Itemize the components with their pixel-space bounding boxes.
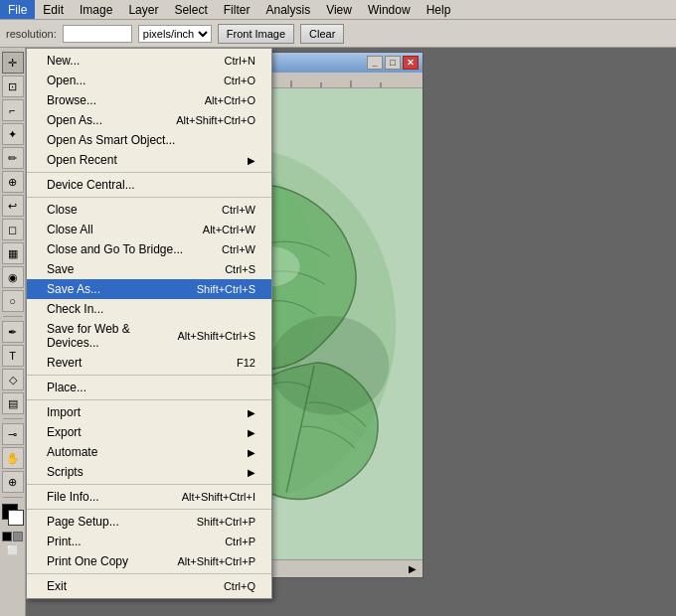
tool-history[interactable]: ↩ bbox=[2, 195, 24, 217]
menu-sep-4 bbox=[27, 399, 271, 400]
menu-analysis[interactable]: Analysis bbox=[257, 0, 318, 19]
menu-sep-5 bbox=[27, 484, 271, 485]
tool-crop[interactable]: ⌐ bbox=[2, 99, 24, 121]
tool-dodge[interactable]: ○ bbox=[2, 290, 24, 312]
tool-move[interactable]: ✛ bbox=[2, 52, 24, 74]
menu-save-as[interactable]: Save As... Shift+Ctrl+S bbox=[27, 279, 271, 299]
menu-select[interactable]: Select bbox=[166, 0, 215, 19]
tool-pen[interactable]: ✒ bbox=[2, 321, 24, 343]
menu-place[interactable]: Place... bbox=[27, 378, 271, 397]
tool-fill[interactable]: ▦ bbox=[2, 242, 24, 264]
front-image-button[interactable]: Front Image bbox=[218, 24, 294, 44]
tool-hand[interactable]: ✋ bbox=[2, 447, 24, 469]
menu-sep-7 bbox=[27, 573, 271, 574]
menu-revert[interactable]: Revert F12 bbox=[27, 353, 271, 373]
tool-eraser[interactable]: ◻ bbox=[2, 219, 24, 240]
menu-print-one[interactable]: Print One Copy Alt+Shift+Ctrl+P bbox=[27, 551, 271, 571]
menu-exit[interactable]: Exit Ctrl+Q bbox=[27, 576, 271, 596]
menu-edit[interactable]: Edit bbox=[35, 0, 72, 19]
menu-sep-2 bbox=[27, 197, 271, 198]
resolution-unit-select[interactable]: pixels/inch bbox=[138, 25, 212, 43]
background-color[interactable] bbox=[8, 510, 24, 526]
tool-path[interactable]: ◇ bbox=[2, 369, 24, 390]
menu-file-info[interactable]: File Info... Alt+Shift+Ctrl+I bbox=[27, 487, 271, 507]
menu-save[interactable]: Save Ctrl+S bbox=[27, 259, 271, 279]
toolbar: ✛ ⊡ ⌐ ✦ ✏ ⊕ ↩ ◻ ▦ ◉ ○ ✒ T ◇ ▤ ⊸ ✋ ⊕ ⬜ bbox=[0, 48, 26, 616]
menu-automate[interactable]: Automate ▶ bbox=[27, 442, 271, 462]
menu-sep-6 bbox=[27, 509, 271, 510]
menu-print[interactable]: Print... Ctrl+P bbox=[27, 532, 271, 551]
canvas-area: PS DSC04746_3.jpg @ 50% (RGB/8) _ □ ✕ 0 bbox=[26, 48, 676, 616]
menu-device-central[interactable]: Device Central... bbox=[27, 175, 271, 195]
close-button[interactable]: ✕ bbox=[403, 56, 419, 70]
menu-open-smart[interactable]: Open As Smart Object... bbox=[27, 130, 271, 150]
menu-image[interactable]: Image bbox=[72, 0, 120, 19]
menu-close-goto[interactable]: Close and Go To Bridge... Ctrl+W bbox=[27, 239, 271, 259]
menu-help[interactable]: Help bbox=[419, 0, 459, 19]
tool-healing[interactable]: ✦ bbox=[2, 123, 24, 145]
menu-close[interactable]: Close Ctrl+W bbox=[27, 200, 271, 220]
tool-blur[interactable]: ◉ bbox=[2, 266, 24, 288]
clear-button[interactable]: Clear bbox=[300, 24, 344, 44]
menu-browse[interactable]: Browse... Alt+Ctrl+O bbox=[27, 90, 271, 110]
menu-open-recent[interactable]: Open Recent ▶ bbox=[27, 150, 271, 170]
menu-close-all[interactable]: Close All Alt+Ctrl+W bbox=[27, 220, 271, 239]
menu-page-setup[interactable]: Page Setup... Shift+Ctrl+P bbox=[27, 512, 271, 532]
menu-scripts[interactable]: Scripts ▶ bbox=[27, 462, 271, 482]
tool-brush[interactable]: ✏ bbox=[2, 147, 24, 169]
menu-new[interactable]: New... Ctrl+N bbox=[27, 51, 271, 71]
menu-sep-3 bbox=[27, 375, 271, 376]
menu-import[interactable]: Import ▶ bbox=[27, 402, 271, 422]
menu-sep-1 bbox=[27, 172, 271, 173]
menu-window[interactable]: Window bbox=[360, 0, 419, 19]
svg-point-61 bbox=[270, 316, 389, 415]
menu-export[interactable]: Export ▶ bbox=[27, 422, 271, 442]
menu-view[interactable]: View bbox=[318, 0, 360, 19]
minimize-button[interactable]: _ bbox=[367, 56, 383, 70]
doc-window-controls: _ □ ✕ bbox=[367, 56, 419, 70]
tool-divider-3 bbox=[3, 497, 23, 498]
quick-mask-normal[interactable] bbox=[2, 532, 12, 541]
options-bar: resolution: pixels/inch Front Image Clea… bbox=[0, 20, 676, 48]
maximize-button[interactable]: □ bbox=[385, 56, 401, 70]
file-dropdown-menu: New... Ctrl+N Open... Ctrl+O Browse... A… bbox=[26, 48, 272, 599]
screen-mode-icon[interactable]: ⬜ bbox=[7, 545, 18, 555]
menu-check-in[interactable]: Check In... bbox=[27, 299, 271, 319]
menu-open-as[interactable]: Open As... Alt+Shift+Ctrl+O bbox=[27, 110, 271, 130]
menu-open[interactable]: Open... Ctrl+O bbox=[27, 71, 271, 90]
main-area: ✛ ⊡ ⌐ ✦ ✏ ⊕ ↩ ◻ ▦ ◉ ○ ✒ T ◇ ▤ ⊸ ✋ ⊕ ⬜ bbox=[0, 48, 676, 616]
tool-divider-2 bbox=[3, 418, 23, 419]
menubar: File Edit Image Layer Select Filter Anal… bbox=[0, 0, 676, 20]
tool-lasso[interactable]: ⊡ bbox=[2, 76, 24, 97]
tool-eyedrop[interactable]: ⊸ bbox=[2, 423, 24, 445]
status-more-icon[interactable]: ▶ bbox=[409, 563, 417, 574]
menu-layer[interactable]: Layer bbox=[120, 0, 166, 19]
tool-zoom[interactable]: ⊕ bbox=[2, 471, 24, 493]
tool-type[interactable]: T bbox=[2, 345, 24, 367]
menu-save-web[interactable]: Save for Web & Devices... Alt+Shift+Ctrl… bbox=[27, 319, 271, 353]
tool-divider bbox=[3, 316, 23, 317]
menu-file[interactable]: File bbox=[0, 0, 35, 19]
tool-notes[interactable]: ▤ bbox=[2, 392, 24, 414]
resolution-label: resolution: bbox=[6, 28, 57, 40]
resolution-input[interactable] bbox=[63, 25, 132, 43]
tool-clone[interactable]: ⊕ bbox=[2, 171, 24, 193]
menu-filter[interactable]: Filter bbox=[216, 0, 258, 19]
quick-mask-mode[interactable] bbox=[13, 532, 23, 541]
